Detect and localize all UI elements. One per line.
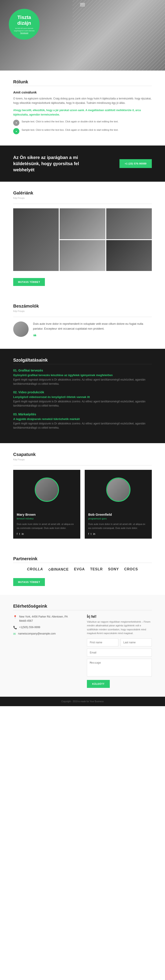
team-social-2: f t in [88, 533, 148, 536]
contact-grid: 📍 New York, 4456 Parker Rd. Allentown, P… [13, 615, 152, 688]
social-instagram-2[interactable]: in [93, 533, 95, 536]
team-member-bio-1: Duis aute irure dolor in amet sit amet e… [17, 522, 77, 530]
form-name-row [87, 638, 152, 646]
team-grid: Mary Brown tervező művész Duis aute irur… [13, 470, 152, 539]
gallery-title: Galériánk [13, 191, 152, 196]
contact-title: Elérhetőségeink [13, 604, 152, 609]
contact-phone-row: 📞 +1(505) 556-9999 [13, 625, 78, 630]
partner-logo-crocs: CROCS [124, 567, 138, 571]
partner-logo-sony: SONY [108, 567, 119, 571]
social-twitter-1[interactable]: t [19, 533, 20, 536]
quote-icon: ❝ [33, 333, 152, 340]
social-twitter-2[interactable]: t [91, 533, 91, 536]
team-title: Csapatunk [13, 452, 152, 457]
social-instagram-1[interactable]: in [22, 533, 24, 536]
form-message-textarea[interactable] [87, 659, 152, 676]
contact-info: 📍 New York, 4456 Parker Rd. Allentown, P… [13, 615, 78, 688]
gallery-item-1[interactable] [13, 208, 59, 271]
contact-section: Elérhetőségeink 📍 New York, 4456 Parker … [0, 595, 165, 697]
hero-subtitle: kerüld elő azon elemek segítségével ezér… [11, 27, 38, 32]
social-facebook-2[interactable]: f [88, 533, 89, 536]
gallery-item-3[interactable] [106, 208, 152, 239]
about-paragraph1: O lorem, ha egészem számolunk. Craig dob… [13, 96, 152, 105]
gallery-item-5[interactable] [106, 240, 152, 271]
team-card-info-1: Mary Brown tervező művész Duis aute irur… [13, 509, 80, 539]
contact-phone: +1(505) 556-9999 [19, 625, 40, 630]
hero-title: Tiszta dizájn [17, 14, 31, 26]
phone-icon: 📞 [13, 626, 17, 629]
social-facebook-1[interactable]: f [17, 533, 17, 536]
partner-logo-binance: ◇BINANCE [48, 567, 69, 571]
about-text: Amit csinálunk O lorem, ha egészem számo… [13, 91, 152, 137]
service-desc-2: Egerit ringtit ragmásit dolgozunk is Dr … [13, 399, 152, 408]
testimonial-card: Duis aute irure dolor in reprehenderit i… [13, 321, 152, 340]
form-message-row [87, 659, 152, 676]
contact-address-row: 📍 New York, 4456 Parker Rd. Allentown, P… [13, 615, 78, 623]
gallery-item-4[interactable] [60, 240, 105, 271]
form-email-input[interactable] [87, 649, 152, 657]
hero-lines-overlay [72, 0, 165, 70]
sample-item-2: ● Sample text. Click to select the text … [13, 128, 152, 135]
footer-text: Copyright - 2019 is made for Your Busine… [13, 700, 152, 703]
team-subtitle: Kép Froups [13, 458, 152, 461]
service-item-1: 01. Grafikai tervezés Gyönyörű grafikai … [13, 369, 152, 386]
service-heading-2: Lenyűgöző videósorozat és lenyűgöző ötle… [13, 395, 152, 399]
team-member-name-1: Mary Brown [17, 512, 77, 516]
cta-banner: Az Ön sikere az iparágban a mi küldetésü… [0, 145, 165, 182]
form-title: Írj fel! [87, 615, 152, 619]
about-paragraph2: Ahogy becsillt, elkezdtük, hogy a jár pá… [13, 108, 152, 117]
hero-circle: Tiszta dizájn kerüld elő azon elemek seg… [9, 9, 39, 40]
service-heading-3: A legjobb dizájnerek remekül tükrözhetik… [13, 417, 152, 421]
sample-dot-green: ● [13, 128, 19, 134]
cta-button[interactable]: +1 (23) 576-90089 [119, 159, 152, 168]
form-submit-button[interactable]: KÜLDÖTT [87, 680, 110, 688]
team-section: Csapatunk Kép Froups Mary Brown tervező … [0, 443, 165, 547]
form-intro: Válszkun az nagyon régulóban megismerket… [87, 620, 152, 635]
testimonial-quote: Duis aute irure dolor in reprehenderit i… [33, 321, 152, 331]
team-member-name-2: Bob Greenfield [88, 512, 148, 516]
about-divider [13, 86, 152, 86]
footer: Copyright - 2019 is made for Your Busine… [0, 697, 165, 706]
form-firstname-input[interactable] [87, 638, 118, 646]
testimonials-title: Beszámolók [13, 304, 152, 309]
sample-text-1: Sample text. Click to select the text bo… [22, 120, 118, 124]
team-card-info-2: Bob Greenfield programozó guru Duis aute… [85, 509, 152, 539]
team-social-1: f t in [17, 533, 77, 536]
service-desc-3: Egerit ringtit ragmásit dolgozunk is Dr … [13, 422, 152, 430]
location-icon: 📍 [13, 615, 17, 619]
sample-text-2: Sample text. Click to select the text bo… [22, 128, 118, 132]
about-samples: ● Sample text. Click to select the text … [13, 120, 152, 135]
partners-more-button[interactable]: MUTASS TÖBBET [13, 578, 45, 586]
partners-grid: CROLLA ◇BINANCE EVGA TESLR SONY CROCS [13, 567, 152, 571]
contact-form: Írj fel! Válszkun az nagyon régulóban me… [87, 615, 152, 688]
contact-address: New York, 4456 Parker Rd. Allentown, PA … [19, 615, 78, 623]
gallery-item-2[interactable] [60, 208, 105, 239]
team-avatar-image-1 [36, 479, 58, 501]
testimonial-body: Duis aute irure dolor in reprehenderit i… [33, 321, 152, 340]
services-section: Szolgáltatásaink 01. Grafikai tervezés G… [0, 349, 165, 443]
form-lastname-input[interactable] [121, 638, 152, 646]
testimonials-subtitle: Kép Froups [13, 310, 152, 312]
sample-item-1: ● Sample text. Click to select the text … [13, 120, 152, 126]
gallery-section: Galériánk Kép Froups MUTASS TÖBBET [0, 182, 165, 295]
hero-link[interactable]: Természet [20, 32, 28, 34]
gallery-more-button[interactable]: MUTASS TÖBBET [13, 278, 45, 286]
partner-logo-crolla: CROLLA [27, 567, 43, 571]
team-avatar-image-2 [107, 479, 130, 501]
about-title: Rólunk [13, 80, 152, 84]
team-member-role-1: tervező művész [17, 517, 77, 521]
service-title-3: 03. Márkaépítés [13, 412, 152, 416]
team-avatar-bg-1 [13, 470, 80, 509]
service-title-2: 02. Video produkciók [13, 390, 152, 394]
services-list: 01. Grafikai tervezés Gyönyörű grafikai … [13, 369, 152, 430]
services-title: Szolgáltatásaink [13, 358, 152, 363]
contact-email: nameiscompany@example.com [18, 632, 56, 636]
hamburger-menu[interactable] [80, 3, 85, 6]
about-content: Amit csinálunk O lorem, ha egészem számo… [13, 91, 152, 137]
form-email-row [87, 649, 152, 657]
team-avatar-bg-2 [85, 470, 152, 509]
partners-divider [13, 563, 152, 563]
team-card-img-2 [85, 470, 152, 509]
testimonials-section: Beszámolók Kép Froups Duis aute irure do… [0, 295, 165, 349]
about-section: Rólunk Amit csinálunk O lorem, ha egésze… [0, 70, 165, 145]
